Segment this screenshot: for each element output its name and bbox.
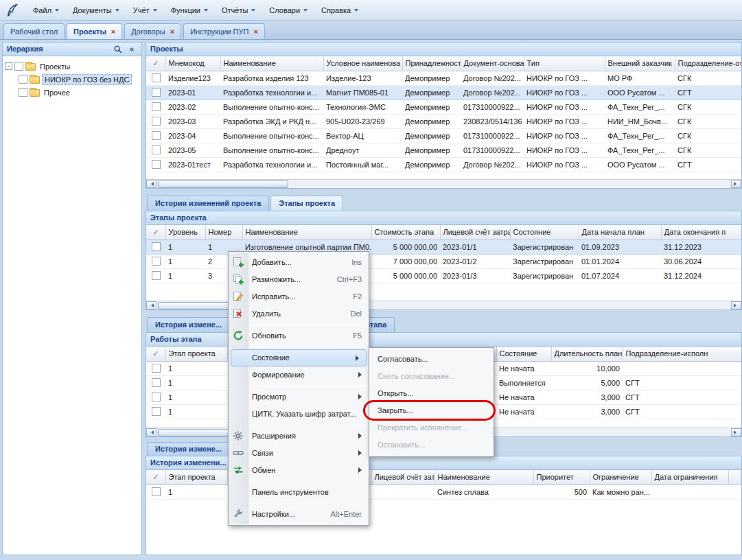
select-all-checkbox[interactable]: ✓ bbox=[146, 347, 165, 361]
column-header[interactable]: Подразделение-исполн bbox=[623, 347, 741, 361]
column-header[interactable]: Дата окончания п bbox=[661, 225, 741, 240]
menubar-item-file[interactable]: Файл bbox=[26, 3, 66, 18]
menu-item-approve[interactable]: Согласовать... bbox=[369, 351, 494, 368]
row-checkbox[interactable] bbox=[152, 364, 161, 373]
scroll-left-button[interactable] bbox=[146, 180, 156, 188]
subtab-work-history[interactable]: История измене... bbox=[147, 442, 230, 456]
row-checkbox[interactable] bbox=[152, 88, 161, 97]
menu-item-extensions[interactable]: Расширения bbox=[229, 428, 369, 445]
close-icon[interactable]: × bbox=[253, 28, 257, 36]
menu-item-settings[interactable]: Настройки...Alt+Enter bbox=[229, 506, 369, 523]
column-header[interactable]: Лицевой счёт затр bbox=[371, 470, 434, 485]
row-checkbox[interactable] bbox=[152, 160, 161, 169]
scroll-left-button[interactable] bbox=[146, 301, 156, 310]
tab-projects[interactable]: Проекты× bbox=[67, 23, 122, 39]
tab-contracts[interactable]: Договоры× bbox=[124, 23, 181, 39]
menu-item-formation[interactable]: Формирование bbox=[229, 366, 369, 384]
scrollbar-thumb[interactable] bbox=[158, 180, 288, 188]
menu-item-exchange[interactable]: Обмен bbox=[229, 462, 369, 479]
column-header[interactable]: Дата ограничения bbox=[651, 470, 728, 485]
column-header[interactable]: Приоритет bbox=[533, 470, 590, 485]
subtab-project-history[interactable]: История изменений проекта bbox=[147, 196, 269, 211]
close-icon[interactable]: × bbox=[170, 28, 174, 36]
menu-item-delete[interactable]: УдалитьDel bbox=[229, 305, 369, 323]
search-icon[interactable] bbox=[113, 44, 124, 55]
menubar-item-functions[interactable]: Функции bbox=[164, 3, 215, 18]
select-all-checkbox[interactable]: ✓ bbox=[146, 470, 165, 485]
column-header[interactable]: Этап проекта bbox=[165, 347, 227, 361]
row-checkbox[interactable] bbox=[152, 102, 161, 111]
column-header[interactable]: Условное наименова bbox=[323, 56, 402, 71]
horizontal-scrollbar[interactable] bbox=[146, 179, 741, 188]
subtab-stage-history[interactable]: История измене... bbox=[147, 317, 230, 332]
row-checkbox[interactable] bbox=[152, 271, 161, 280]
collapse-panel-icon[interactable]: « bbox=[126, 44, 137, 55]
grid-row[interactable]: 2023-01тестРазработка технологии и...Пос… bbox=[146, 157, 741, 172]
column-header[interactable]: Тип bbox=[524, 56, 605, 71]
column-header[interactable]: Этап проекта bbox=[165, 470, 227, 485]
tab-desktop[interactable]: Рабочий стол bbox=[3, 23, 65, 39]
column-header[interactable]: Наименование bbox=[242, 225, 371, 240]
menu-item-state[interactable]: Состояние bbox=[231, 349, 367, 366]
menubar-item-dictionaries[interactable]: Словари bbox=[262, 3, 314, 18]
column-header[interactable]: Ограничение bbox=[590, 470, 651, 485]
grid-row[interactable]: Изделие123Разработка изделия 123Изделие-… bbox=[146, 71, 741, 85]
column-header[interactable]: Наименование bbox=[434, 470, 533, 485]
column-header[interactable]: Наименование bbox=[220, 56, 323, 71]
column-header[interactable]: Мнемокод bbox=[165, 56, 220, 71]
column-header[interactable]: Стоимость этапа bbox=[371, 225, 440, 240]
tree-item-label[interactable]: Проекты bbox=[38, 62, 72, 71]
row-checkbox[interactable] bbox=[152, 117, 161, 126]
row-checkbox[interactable] bbox=[152, 257, 161, 266]
column-header[interactable]: Состояние bbox=[496, 347, 551, 361]
grid-row[interactable]: 2023-03Разработка ЭКД и РКД н...905-U020… bbox=[146, 114, 741, 128]
column-header[interactable]: Номер bbox=[205, 225, 242, 240]
subtab-project-stages[interactable]: Этапы проекта bbox=[270, 196, 343, 211]
tree-item-label[interactable]: НИОКР по ГОЗ без НДС bbox=[42, 74, 132, 85]
menu-item-duplicate[interactable]: Размножить...Ctrl+F3 bbox=[229, 271, 369, 288]
menu-item-add[interactable]: Добавить...Ins bbox=[229, 254, 369, 271]
menu-item-toolbar-panel[interactable]: Панель инструментов bbox=[229, 484, 369, 501]
menubar-item-reports[interactable]: Отчёты bbox=[215, 3, 262, 18]
menu-item-view[interactable]: Просмотр bbox=[229, 388, 369, 406]
row-checkbox[interactable] bbox=[152, 131, 161, 140]
row-checkbox[interactable] bbox=[152, 73, 161, 82]
grid-row[interactable]: 2023-01Разработка технологии и...Магнит … bbox=[146, 85, 741, 100]
scroll-right-button[interactable] bbox=[731, 180, 741, 188]
row-checkbox[interactable] bbox=[152, 145, 161, 154]
row-checkbox[interactable] bbox=[152, 407, 161, 416]
column-header[interactable]: Внешний заказчик bbox=[605, 56, 675, 71]
tree-checkbox[interactable] bbox=[19, 88, 27, 97]
row-checkbox[interactable] bbox=[152, 487, 161, 496]
menubar-item-accounting[interactable]: Учёт bbox=[126, 3, 164, 18]
row-checkbox[interactable] bbox=[152, 393, 161, 401]
grid-row[interactable]: 2023-04Выполнение опытно-конс...Вектор-А… bbox=[146, 128, 741, 143]
menu-item-refresh[interactable]: ОбновитьF5 bbox=[229, 327, 369, 345]
tree-item-projects-root[interactable]: -Проекты bbox=[5, 60, 139, 73]
column-header[interactable]: Дата начала план bbox=[579, 225, 661, 240]
tab-pup-instructions[interactable]: Инструкции ПУП× bbox=[183, 23, 265, 39]
menu-item-links[interactable]: Связи bbox=[229, 445, 369, 462]
menu-item-citk-cost-code[interactable]: ЦИТК. Указать шифр затрат... bbox=[229, 406, 369, 423]
scroll-right-button[interactable] bbox=[731, 301, 741, 310]
tree-item-label[interactable]: Прочее bbox=[42, 88, 72, 97]
close-icon[interactable]: × bbox=[111, 28, 115, 36]
column-header[interactable]: Подразделение-от bbox=[675, 56, 741, 71]
column-header[interactable]: Уровень bbox=[165, 225, 205, 240]
scroll-left-button[interactable] bbox=[146, 428, 156, 436]
column-header[interactable]: Лицевой счёт затрат bbox=[440, 225, 510, 240]
tree-expander-icon[interactable]: - bbox=[5, 62, 12, 70]
select-all-checkbox[interactable]: ✓ bbox=[146, 225, 165, 240]
menu-item-edit[interactable]: Исправить...F2 bbox=[229, 288, 369, 305]
grid-row[interactable]: 2023-05Выполнение опытно-конс...Дредноут… bbox=[146, 143, 741, 157]
column-header[interactable]: Принадлежность bbox=[402, 56, 461, 71]
tree-checkbox[interactable] bbox=[14, 62, 23, 71]
row-checkbox[interactable] bbox=[152, 378, 161, 387]
column-header[interactable]: Состояние bbox=[510, 225, 579, 240]
column-header[interactable]: Документ-основан bbox=[461, 56, 524, 71]
menubar-item-help[interactable]: Справка bbox=[314, 3, 365, 18]
grid-row[interactable]: 2023-02Выполнение опытно-конс...Технолог… bbox=[146, 100, 741, 114]
select-all-checkbox[interactable]: ✓ bbox=[146, 56, 165, 71]
scroll-right-button[interactable] bbox=[731, 428, 741, 436]
tree-item-other[interactable]: Прочее bbox=[5, 86, 139, 99]
